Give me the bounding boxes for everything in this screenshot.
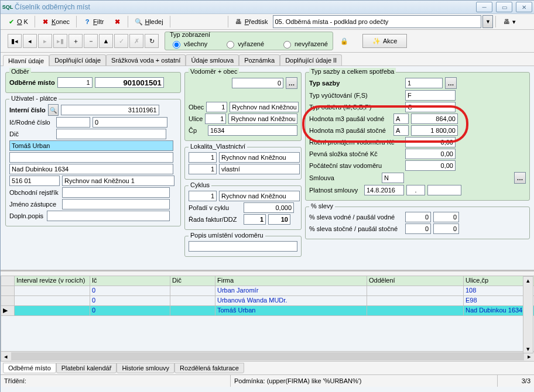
- rocni-pronajem-field[interactable]: [405, 137, 456, 147]
- table-row[interactable]: 0Urban Jaromír108: [1, 286, 534, 296]
- akce-button[interactable]: ✨Akce: [362, 34, 407, 48]
- typ-odberu-field[interactable]: [405, 102, 456, 112]
- odberne-misto-2[interactable]: [95, 77, 164, 88]
- grid-scrollbar-v[interactable]: ▴▾: [523, 276, 533, 353]
- first-button[interactable]: ▮◂: [8, 34, 22, 48]
- lock-icon[interactable]: 🔒: [339, 36, 350, 46]
- add-button[interactable]: ＋: [69, 34, 83, 48]
- blank-field[interactable]: [9, 152, 173, 163]
- adresa-field[interactable]: [9, 164, 173, 174]
- cyklus-t[interactable]: [219, 191, 300, 201]
- jmeno-field[interactable]: [9, 140, 173, 151]
- sleva-stocne-2[interactable]: [433, 223, 459, 234]
- ulice-n-field[interactable]: [205, 114, 226, 124]
- group-odber-legend: Odběr: [9, 68, 31, 75]
- rodne-field[interactable]: [93, 117, 167, 128]
- table-row[interactable]: 0Urbanová Wanda MUDr.E98: [1, 296, 534, 306]
- btab-historie[interactable]: Historie smlouvy: [117, 363, 174, 373]
- minimize-button[interactable]: ─: [476, 2, 492, 12]
- sleva-vodne-2[interactable]: [433, 212, 459, 222]
- platnost-field[interactable]: [364, 185, 404, 195]
- sleva-vodne-1[interactable]: [405, 212, 431, 222]
- cp-field[interactable]: [208, 125, 297, 136]
- col-oddeleni[interactable]: Oddělení: [367, 276, 464, 286]
- mesto-field[interactable]: [62, 176, 174, 186]
- hodn-vodne-kod[interactable]: [393, 114, 409, 124]
- jmeno-zastupce-field[interactable]: [62, 199, 170, 209]
- tab-srazkova[interactable]: Srážková voda + ostatní: [106, 54, 186, 66]
- btab-kalendar[interactable]: Platební kalendář: [56, 363, 117, 373]
- next-button[interactable]: ▸: [38, 34, 52, 48]
- psc-field[interactable]: [9, 176, 60, 186]
- tab-doplnujici2[interactable]: Doplňující údaje II: [280, 54, 342, 66]
- dic-field[interactable]: [56, 129, 166, 139]
- lokalita-2t[interactable]: [219, 164, 300, 174]
- rada2-field[interactable]: [268, 214, 290, 225]
- obec-t-field[interactable]: [230, 102, 299, 112]
- popis-umist-field[interactable]: [189, 241, 297, 252]
- tab-poznamka[interactable]: Poznámka: [239, 54, 280, 66]
- interni-cislo-field[interactable]: [61, 105, 159, 115]
- tab-doplnujici[interactable]: Doplňující údaje: [49, 54, 106, 66]
- col-firma[interactable]: Firma: [215, 276, 367, 286]
- sleva-stocne-1[interactable]: [405, 223, 431, 234]
- filter-clear-button[interactable]: ✖: [109, 15, 125, 28]
- predtisk-button[interactable]: 🖶Předtisk: [231, 15, 272, 28]
- col-dic[interactable]: Dič: [170, 276, 215, 286]
- cancel-button[interactable]: ✗: [129, 34, 143, 48]
- edit-button[interactable]: ▲: [99, 34, 113, 48]
- maximize-button[interactable]: ▭: [496, 2, 512, 12]
- obec-n-field[interactable]: [206, 102, 227, 112]
- ic-field[interactable]: [56, 117, 90, 128]
- btab-fakturace[interactable]: Rozdělená fakturace: [174, 363, 244, 373]
- rada1-field[interactable]: [244, 214, 266, 225]
- dopln-popis-field[interactable]: [47, 211, 170, 221]
- odberne-misto-1[interactable]: [57, 77, 93, 88]
- vodomer-field[interactable]: [232, 78, 283, 88]
- typ-sazby-field[interactable]: [405, 78, 443, 88]
- table-row[interactable]: ▶0Tomáš UrbanNad Dubinkou 1634: [1, 306, 534, 316]
- pocatecni-stav-field[interactable]: [405, 160, 456, 171]
- hledej-button[interactable]: 🔍Hledej: [131, 15, 167, 28]
- typ-sazby-lookup[interactable]: …: [445, 77, 457, 89]
- tab-smlouva[interactable]: Údaje smlouva: [186, 54, 239, 66]
- hodn-vodne-field[interactable]: [411, 114, 458, 124]
- grid-scrollbar-h[interactable]: ◂▸: [1, 351, 534, 362]
- ok-button[interactable]: ✔OOKK: [3, 15, 32, 28]
- tab-hlavni[interactable]: Hlavní údaje: [3, 55, 49, 66]
- radio-active[interactable]: nevyřazené: [280, 39, 328, 49]
- radio-discarded[interactable]: vyřazené: [224, 39, 264, 49]
- ulice-t-field[interactable]: [228, 114, 297, 124]
- lokalita-1t[interactable]: [219, 152, 300, 163]
- predtisk-select[interactable]: [273, 15, 481, 28]
- smlouva-lookup[interactable]: …: [514, 172, 526, 184]
- filtr-button[interactable]: ?Filtr: [79, 15, 108, 28]
- lokalita-2n[interactable]: [189, 164, 217, 174]
- refresh-button[interactable]: ↻: [145, 34, 159, 48]
- print-button[interactable]: 🖶▾: [498, 15, 520, 28]
- prev-button[interactable]: ◂: [23, 34, 37, 48]
- poradi-field[interactable]: [244, 202, 294, 213]
- delete-button[interactable]: －: [84, 34, 98, 48]
- radio-all[interactable]: všechny: [170, 39, 207, 49]
- hodn-stocne-field[interactable]: [411, 125, 458, 136]
- btab-odberne[interactable]: Odběrné místo: [3, 363, 56, 373]
- close-button[interactable]: ✕: [516, 2, 532, 12]
- commit-button[interactable]: ✓: [114, 34, 128, 48]
- typ-vyuct-field[interactable]: [405, 90, 456, 101]
- platnost2-field[interactable]: [406, 185, 425, 195]
- pevna-slozka-field[interactable]: [405, 149, 456, 159]
- hodn-stocne-kod[interactable]: [393, 125, 409, 136]
- cyklus-n[interactable]: [189, 191, 217, 201]
- smlouva-field[interactable]: [382, 173, 404, 183]
- platnost3-field[interactable]: [427, 185, 461, 195]
- lookup-icon[interactable]: 🔍: [48, 104, 59, 116]
- lokalita-1n[interactable]: [189, 152, 217, 163]
- konec-button[interactable]: ✖Konec: [37, 15, 74, 28]
- col-interval[interactable]: Interval revize (v rocích): [15, 276, 90, 286]
- last-button[interactable]: ▸▮: [53, 34, 67, 48]
- lookup-vodomer[interactable]: …: [286, 77, 297, 89]
- col-ic[interactable]: Ič: [90, 276, 170, 286]
- predtisk-dropdown[interactable]: ▼: [482, 15, 493, 28]
- obch-rejstrik-field[interactable]: [62, 187, 170, 198]
